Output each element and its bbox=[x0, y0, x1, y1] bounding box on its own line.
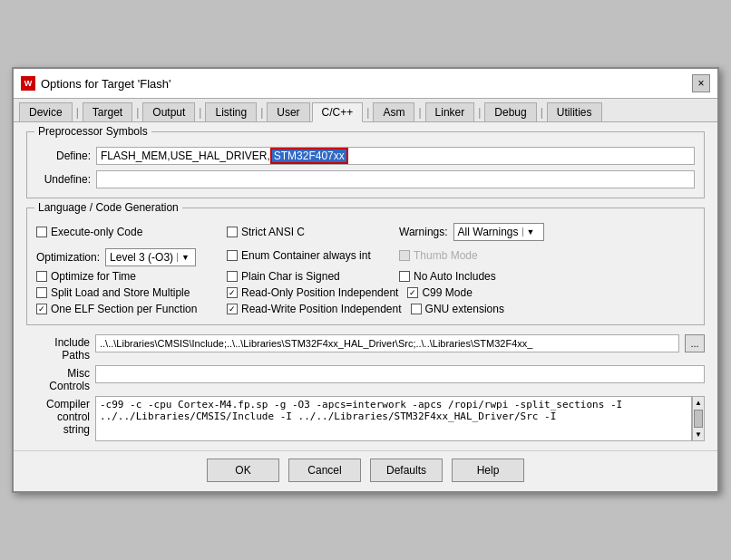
ok-button[interactable]: OK bbox=[207, 459, 279, 482]
compiler-line2: ../../Libraries/CMSIS/Include -I ../../L… bbox=[100, 410, 687, 422]
split-load-checkbox[interactable] bbox=[36, 287, 47, 298]
include-paths-input[interactable] bbox=[95, 334, 679, 352]
scroll-thumb bbox=[694, 410, 703, 428]
compiler-line1: -c99 -c -cpu Cortex-M4.fp.sp -g -O3 -apc… bbox=[100, 399, 687, 410]
close-button[interactable]: × bbox=[692, 74, 710, 92]
strict-ansi-row: Strict ANSI C bbox=[227, 226, 390, 238]
compiler-control-input[interactable]: -c99 -c -cpu Cortex-M4.fp.sp -g -O3 -apc… bbox=[95, 396, 692, 441]
execute-only-row: Execute-only Code bbox=[36, 226, 218, 238]
optimization-dropdown-arrow[interactable]: ▼ bbox=[177, 253, 190, 262]
misc-controls-input[interactable] bbox=[95, 365, 705, 383]
optimize-time-row: Optimize for Time bbox=[36, 270, 218, 283]
one-elf-checkbox[interactable] bbox=[36, 304, 47, 314]
plain-char-row: Plain Char is Signed bbox=[227, 270, 390, 283]
tab-listing[interactable]: Listing bbox=[205, 102, 257, 121]
thumb-mode-label: Thumb Mode bbox=[414, 249, 478, 262]
optimize-time-label: Optimize for Time bbox=[51, 270, 136, 283]
warnings-label: Warnings: bbox=[399, 226, 448, 238]
no-auto-includes-label: No Auto Includes bbox=[414, 270, 496, 283]
undefine-input[interactable] bbox=[96, 170, 695, 188]
language-section: Language / Code Generation Execute-only … bbox=[26, 208, 705, 325]
read-only-row: Read-Only Position Independent bbox=[227, 286, 398, 299]
read-only-checkbox[interactable] bbox=[227, 287, 238, 298]
tab-linker[interactable]: Linker bbox=[425, 102, 475, 121]
title-bar-left: W Options for Target 'Flash' bbox=[21, 76, 171, 91]
define-input[interactable]: FLASH_MEM,USE_HAL_DRIVER,STM32F407xx bbox=[96, 147, 695, 165]
no-auto-includes-row: No Auto Includes bbox=[399, 270, 496, 283]
undefine-row: Undefine: bbox=[36, 170, 695, 188]
defaults-button[interactable]: Defaults bbox=[370, 459, 443, 482]
define-prefix: FLASH_MEM,USE_HAL_DRIVER, bbox=[101, 150, 270, 162]
enum-container-checkbox[interactable] bbox=[227, 250, 238, 261]
strict-ansi-label: Strict ANSI C bbox=[241, 226, 305, 238]
execute-only-checkbox[interactable] bbox=[36, 227, 47, 237]
strict-ansi-checkbox[interactable] bbox=[227, 227, 238, 237]
tab-asm[interactable]: Asm bbox=[373, 102, 414, 121]
bottom-buttons: OK Cancel Defaults Help bbox=[14, 450, 717, 491]
read-write-label: Read-Write Position Independent bbox=[241, 303, 402, 315]
tab-output[interactable]: Output bbox=[142, 102, 195, 121]
gnu-extensions-label: GNU extensions bbox=[425, 303, 504, 315]
split-load-row: Split Load and Store Multiple bbox=[36, 286, 218, 299]
optimization-value: Level 3 (-O3) bbox=[110, 251, 173, 264]
c99-mode-checkbox[interactable] bbox=[407, 287, 418, 298]
thumb-mode-row: Thumb Mode bbox=[399, 249, 478, 262]
undefine-label: Undefine: bbox=[36, 173, 91, 186]
thumb-mode-checkbox[interactable] bbox=[399, 250, 410, 261]
no-auto-includes-checkbox[interactable] bbox=[399, 271, 410, 282]
help-button[interactable]: Help bbox=[452, 459, 524, 482]
read-only-label: Read-Only Position Independent bbox=[241, 286, 398, 299]
read-write-row: Read-Write Position Independent bbox=[227, 303, 402, 315]
optimization-row: Optimization: Level 3 (-O3) ▼ bbox=[36, 248, 218, 266]
tab-user[interactable]: User bbox=[267, 102, 309, 121]
execute-only-label: Execute-only Code bbox=[51, 226, 142, 238]
preprocessor-section: Preprocessor Symbols Define: FLASH_MEM,U… bbox=[26, 131, 705, 198]
tab-device[interactable]: Device bbox=[19, 102, 73, 121]
cancel-button[interactable]: Cancel bbox=[288, 459, 361, 482]
one-elf-row: One ELF Section per Function bbox=[36, 303, 218, 315]
include-paths-browse-btn[interactable]: ... bbox=[685, 334, 705, 352]
optimization-label: Optimization: bbox=[36, 251, 100, 264]
compiler-scrollbar[interactable]: ▲ ▼ bbox=[692, 396, 705, 441]
tab-target[interactable]: Target bbox=[83, 102, 132, 121]
compiler-control-row: Compiler control string -c99 -c -cpu Cor… bbox=[26, 396, 705, 441]
dialog-icon: W bbox=[21, 76, 35, 91]
enum-container-row: Enum Container always int bbox=[227, 249, 390, 262]
preprocessor-section-title: Preprocessor Symbols bbox=[34, 125, 151, 138]
gnu-extensions-row: GNU extensions bbox=[411, 303, 504, 315]
c99-mode-label: C99 Mode bbox=[422, 286, 472, 299]
gnu-extensions-checkbox[interactable] bbox=[411, 304, 422, 314]
define-row: Define: FLASH_MEM,USE_HAL_DRIVER,STM32F4… bbox=[36, 147, 695, 165]
misc-controls-label: Misc Controls bbox=[26, 365, 90, 392]
tab-utilities[interactable]: Utilities bbox=[547, 102, 602, 121]
plain-char-label: Plain Char is Signed bbox=[241, 270, 340, 283]
warnings-select[interactable]: All Warnings ▼ bbox=[453, 223, 544, 241]
tab-debug[interactable]: Debug bbox=[484, 102, 536, 121]
one-elf-label: One ELF Section per Function bbox=[51, 303, 197, 315]
title-bar: W Options for Target 'Flash' × bbox=[14, 69, 717, 99]
plain-char-checkbox[interactable] bbox=[227, 271, 238, 282]
language-section-title: Language / Code Generation bbox=[34, 201, 182, 214]
warnings-row: Warnings: All Warnings ▼ bbox=[399, 223, 544, 241]
c99-mode-row: C99 Mode bbox=[407, 286, 472, 299]
include-paths-row: Include Paths ... bbox=[26, 334, 705, 362]
warnings-value: All Warnings bbox=[458, 226, 519, 238]
scroll-up-arrow[interactable]: ▲ bbox=[693, 397, 704, 409]
options-dialog: W Options for Target 'Flash' × Device | … bbox=[12, 67, 719, 493]
optimization-select[interactable]: Level 3 (-O3) ▼ bbox=[105, 248, 196, 266]
dialog-content: Preprocessor Symbols Define: FLASH_MEM,U… bbox=[14, 122, 717, 450]
dialog-title: Options for Target 'Flash' bbox=[41, 77, 171, 91]
tab-cpp[interactable]: C/C++ bbox=[312, 102, 364, 122]
misc-controls-row: Misc Controls bbox=[26, 365, 705, 392]
enum-container-label: Enum Container always int bbox=[241, 249, 371, 262]
optimize-time-checkbox[interactable] bbox=[36, 271, 47, 282]
warnings-dropdown-arrow[interactable]: ▼ bbox=[522, 227, 535, 237]
include-paths-label: Include Paths bbox=[26, 334, 90, 362]
define-label: Define: bbox=[36, 150, 91, 162]
read-write-checkbox[interactable] bbox=[227, 304, 238, 314]
compiler-control-label: Compiler control string bbox=[26, 396, 90, 436]
define-selected: STM32F407xx bbox=[270, 148, 348, 164]
tab-bar: Device | Target | Output | Listing | Use… bbox=[14, 99, 717, 122]
split-load-label: Split Load and Store Multiple bbox=[51, 286, 190, 299]
scroll-down-arrow[interactable]: ▼ bbox=[693, 429, 704, 440]
